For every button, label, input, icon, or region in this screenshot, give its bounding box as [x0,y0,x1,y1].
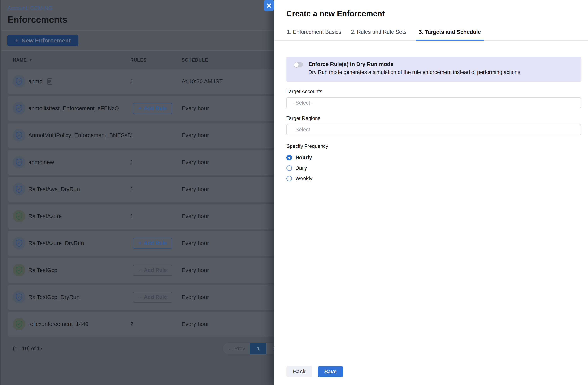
name-cell: anmol [28,69,53,94]
enforcement-name: relicxenforcement_1440 [28,321,88,327]
tab-rules-and-rule-sets[interactable]: 2. Rules and Rule Sets [350,29,407,40]
shield-check-blue-icon [13,156,25,168]
column-header-name[interactable]: NAME ▼ [13,57,33,63]
target-regions-select[interactable]: - Select - [286,124,581,135]
plus-icon: + [138,267,142,273]
name-cell: RajTestAzure [28,204,62,229]
enforcement-name: AnmolMultiPolicy_Enforcement_BNESsD [28,132,131,138]
dry-run-banner: Enforce Rule(s) in Dry Run mode Dry Run … [286,57,581,82]
rules-count: 1 [130,213,133,220]
rules-cell: +Add Rule [130,231,172,256]
name-cell: relicxenforcement_1440 [28,312,88,337]
dry-run-toggle[interactable] [294,62,303,67]
shield-check-blue-icon [13,75,25,88]
save-button[interactable]: Save [318,366,343,377]
radio-unselected-icon [286,165,292,171]
dry-run-description: Dry Run mode generates a simulation of t… [308,69,520,75]
add-rule-button-disabled: +Add Rule [133,292,172,303]
enforcement-name: RajTestAws_DryRun [28,186,80,192]
pagination-range-text: (1 - 10) of 17 [13,346,43,352]
schedule-cell: At 10:30 AM IST [182,69,223,94]
shield-check-green-icon [13,210,25,222]
schedule-cell: Every hour [182,312,209,337]
schedule-cell: Every hour [182,258,209,283]
plus-icon: + [138,294,142,300]
name-cell: RajTestGcp_DryRun [28,285,80,310]
column-header-rules: RULES [130,57,147,63]
target-accounts-select[interactable]: - Select - [286,97,581,109]
add-rule-label: Add Rule [144,240,167,246]
enforcement-name: RajTestAzure_DryRun [28,240,84,247]
radio-weekly[interactable]: Weekly [286,173,581,184]
add-rule-button-disabled: +Add Rule [133,265,172,276]
name-cell: RajTestGcp [28,258,57,283]
rules-cell: 1 [130,123,133,148]
prev-page-button[interactable]: ← Prev [223,346,250,352]
new-enforcement-button[interactable]: + New Enforcement [7,35,78,46]
shield-check-blue-icon [13,102,25,114]
shield-check-blue-icon [13,183,25,195]
schedule-cell: Every hour [182,96,209,121]
rules-count: 1 [130,78,133,85]
new-enforcement-label: New Enforcement [21,37,71,44]
rules-cell: +Add Rule [130,258,172,283]
radio-daily[interactable]: Daily [286,163,581,173]
target-accounts-label: Target Accounts [286,88,581,94]
name-cell: AnmolMultiPolicy_Enforcement_BNESsD [28,123,131,148]
account-breadcrumb-link[interactable]: Account: CCM-NG [8,5,53,11]
radio-hourly[interactable]: Hourly [286,152,581,163]
drawer-footer: Back Save [286,366,343,377]
radio-daily-label: Daily [295,165,307,171]
shield-check-green-icon [13,318,25,330]
dry-run-title: Enforce Rule(s) in Dry Run mode [308,61,520,67]
rules-cell: 1 [130,204,133,229]
radio-selected-icon [286,155,292,160]
close-icon [267,3,271,8]
target-regions-placeholder: - Select - [292,127,313,133]
rules-cell: +Add Rule [130,96,172,121]
add-rule-label: Add Rule [144,105,167,111]
left-edge-strip [0,0,1,385]
add-rule-button[interactable]: +Add Rule [133,238,172,249]
rules-cell: +Add Rule [130,285,172,310]
target-accounts-placeholder: - Select - [292,100,313,106]
schedule-cell: Every hour [182,231,209,256]
enforcement-name: RajTestGcp_DryRun [28,294,80,300]
radio-hourly-label: Hourly [295,155,312,161]
add-rule-label: Add Rule [144,294,167,300]
radio-unselected-icon [286,176,292,181]
tab-enforcement-basics[interactable]: 1. Enforcement Basics [286,29,341,40]
schedule-cell: Every hour [182,150,209,175]
page-button-1[interactable]: 1 [250,343,267,354]
name-cell: anmollisttest_Enforcement_sFENzQ [28,96,119,121]
sort-caret-icon: ▼ [29,58,33,62]
schedule-cell: Every hour [182,177,209,202]
enforcement-name: anmol [28,78,44,85]
name-cell: anmolnew [28,150,54,175]
tab-targets-and-schedule[interactable]: 3. Targets and Schedule [416,29,484,41]
specify-frequency-label: Specify Frequency [286,143,581,149]
rules-count: 1 [130,132,133,138]
rules-count: 1 [130,186,133,192]
shield-check-blue-icon [13,129,25,141]
back-button[interactable]: Back [286,366,312,377]
rules-count: 2 [130,321,133,327]
shield-check-blue-icon [13,237,25,249]
add-rule-button[interactable]: +Add Rule [133,103,172,114]
enforcement-name: RajTestAzure [28,213,62,220]
rules-cell: 1 [130,69,133,94]
close-drawer-button[interactable] [264,0,274,11]
target-regions-label: Target Regions [286,115,581,121]
name-cell: RajTestAws_DryRun [28,177,80,202]
rules-cell: 1 [130,150,133,175]
create-enforcement-drawer: Create a new Enforcement 1. Enforcement … [274,0,588,385]
frequency-radio-group: Hourly Daily Weekly [286,152,581,184]
radio-weekly-label: Weekly [295,176,313,182]
schedule-cell: Every hour [182,204,209,229]
plus-icon: + [138,105,142,111]
add-rule-label: Add Rule [144,267,167,273]
rules-cell: 1 [130,177,133,202]
dry-run-text: Enforce Rule(s) in Dry Run mode Dry Run … [308,61,520,75]
schedule-cell: Every hour [182,123,209,148]
column-header-schedule: SCHEDULE [182,57,208,63]
